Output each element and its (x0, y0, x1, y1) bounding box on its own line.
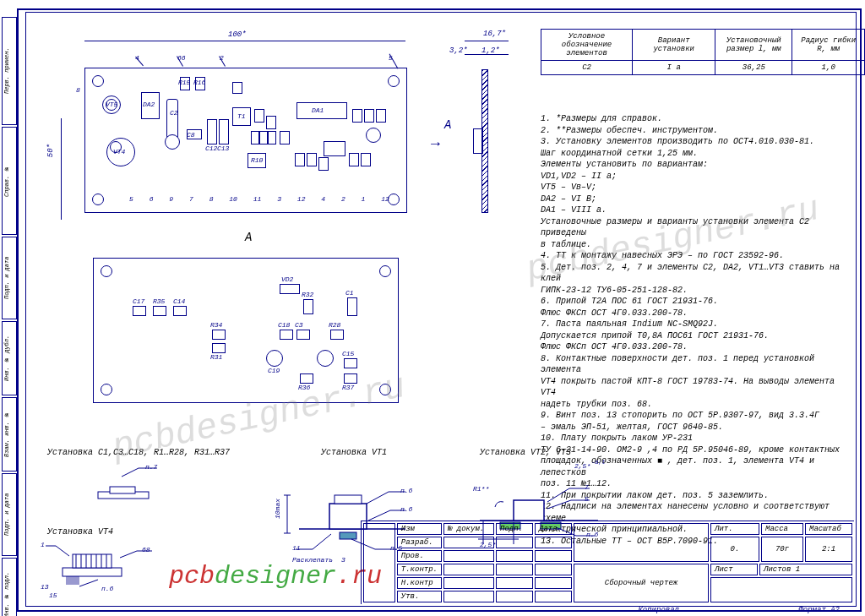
ref: C13 (217, 144, 229, 152)
ref: C15 (342, 350, 354, 357)
svg-rect-1 (110, 487, 135, 493)
side-tab: Подп. и дата (2, 237, 17, 319)
dim-line (84, 41, 405, 41)
note-line: DA1 – VIII a. (541, 204, 845, 216)
pad-num: 8 (209, 195, 214, 207)
note-ref: 5 (585, 495, 589, 503)
pad-num: 12 (297, 195, 306, 207)
note-line: Допускается припой Т0,8А ПОС61 ГОСТ 2193… (541, 330, 845, 342)
comp (266, 350, 283, 367)
pad-num: 2 (341, 195, 345, 207)
note-ref: 7 (585, 483, 589, 491)
comp (295, 153, 305, 166)
comp (280, 330, 293, 340)
ref: R32 (302, 291, 313, 298)
comp (219, 119, 229, 144)
td: 1,0 (792, 61, 865, 75)
td: C2 (541, 61, 633, 75)
dim: 16,7* (483, 30, 506, 38)
comp (349, 153, 359, 166)
detail-caption: Установка VT1 (321, 448, 387, 457)
note-line: Установочные размеры и варианты установк… (541, 216, 845, 239)
pad-num: 11 (253, 195, 262, 207)
pad-num: 3 (277, 195, 281, 207)
note-line: 7. Паста паяльная Indium NC-SMQ92J. (541, 319, 845, 330)
dim-line (465, 54, 509, 55)
note-ref: 1 (41, 541, 45, 548)
note-line: 5. Дет. поз. 2, 4, 7 и элементы C2, DA2,… (541, 262, 845, 285)
note-line: VT5 – Vв–V; (541, 182, 845, 194)
tb-mass-val: 70г (761, 537, 803, 562)
comp (344, 373, 357, 384)
comp (153, 306, 166, 316)
note-ref: 3 (341, 556, 345, 564)
tb-col: Изм (397, 523, 442, 535)
note-ref: п.6 (101, 585, 113, 592)
element-table: Условное обозначение элементов Вариант у… (541, 29, 865, 75)
td: 36,25 (715, 61, 792, 75)
svg-line-18 (79, 580, 98, 586)
svg-line-16 (120, 551, 137, 558)
ref: R35 (153, 297, 165, 305)
comp (317, 350, 334, 367)
tb-scale: Масштаб (805, 523, 852, 535)
ref: DA2 (143, 101, 155, 108)
ref: R36 (298, 384, 310, 391)
note-line: Флюс ФКСп ОСТ 4Г0.033.200-78. (541, 341, 845, 353)
comp (268, 131, 276, 144)
detail-label: Расклепать (292, 556, 333, 564)
pcb-top-view: VT5 VT4 DA2 C2 C8 R15 R16 C12 C13 T1 DA1… (84, 68, 407, 213)
comp (303, 299, 313, 314)
side-tab: Инв. № дубл. (2, 321, 17, 395)
ref: R31 (210, 353, 222, 361)
dim: -a,t (591, 459, 606, 466)
note-ref: п.7 (145, 463, 157, 471)
pad-row: 5 6 9 7 8 10 11 3 12 4 2 1 12 (129, 195, 389, 207)
note-ref: 11 (292, 544, 301, 552)
note-line: VT4 покрыть пастой КПТ-8 ГОСТ 19783-74. … (541, 376, 845, 399)
comp (300, 373, 313, 384)
dim-height: 50* (46, 144, 55, 157)
tb-mass: Масса (761, 523, 803, 535)
mounting-hole (388, 75, 400, 87)
dim-width: 100* (228, 30, 247, 39)
pad-num: 7 (189, 195, 193, 207)
note-line: Элементы установить по вариантам: (541, 159, 845, 171)
note-line: ГИПК-23-12 ТУ6-05-251-128-82. (541, 285, 845, 297)
mounting-hole (101, 384, 112, 395)
side-tab: Инв. № подл. (2, 558, 17, 616)
tb-scale-val: 2:1 (805, 537, 852, 562)
tb-row: Утв. (397, 591, 442, 602)
note-ref: п.6 (400, 487, 412, 494)
comp (324, 141, 345, 156)
comp (361, 153, 371, 166)
tb-row: Н.контр (397, 577, 442, 589)
pad-num: 10 (229, 195, 237, 207)
side-tab: Подп. и дата (2, 473, 17, 556)
ref: C1 (345, 289, 354, 297)
comp (165, 134, 180, 150)
dim: 2,5* (574, 462, 590, 470)
ref: C18 (278, 321, 290, 329)
pad-num: 1 (362, 195, 366, 207)
title-block: Изм № докум. Подп. Дата Лит. Масса Масшт… (361, 521, 854, 604)
th: Условное обозначение элементов (541, 30, 633, 61)
comp (212, 343, 226, 353)
dim-line (61, 118, 62, 220)
dim: 10max (274, 499, 281, 519)
note-line: DA2 – VI B; (541, 194, 845, 205)
pad-num: 4 (321, 195, 325, 207)
mounting-hole (388, 194, 400, 205)
tb-sheets: Листов 1 (759, 564, 852, 575)
note-line: Флюс ФКСп ОСТ 4Г0.033.200-78. (541, 308, 845, 319)
comp (366, 128, 381, 143)
comp (266, 116, 276, 129)
pad-num: 12 (381, 195, 389, 207)
tb-lit: Лит. (715, 525, 733, 533)
tb-doctype: Сборочный чертеж (574, 564, 709, 602)
pcb-bottom-view: C17 R35 C14 R34 R31 VD2 R32 C1 C18 C3 R2… (93, 258, 399, 403)
svg-rect-5 (73, 554, 112, 568)
note-ref: 15 (49, 591, 57, 599)
ref: C19 (268, 367, 280, 374)
ref: DA1 (312, 106, 324, 114)
